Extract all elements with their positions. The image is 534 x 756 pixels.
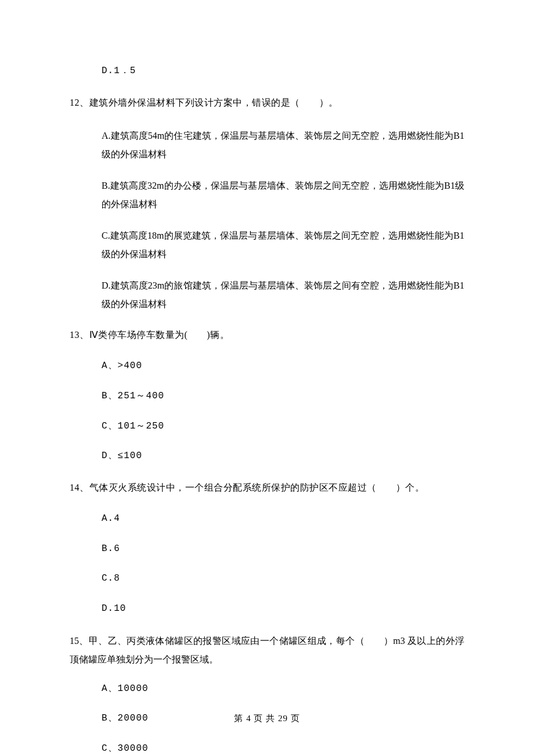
q12-option-c: C.建筑高度18m的展览建筑，保温层与基层墙体、装饰层之间无空腔，选用燃烧性能为…	[70, 226, 464, 264]
q15-stem: 15、甲、乙、丙类液体储罐区的报警区域应由一个储罐区组成，每个（ ）m3 及以上…	[70, 632, 464, 669]
q15-option-c: C、30000	[70, 741, 464, 756]
q12-option-b: B.建筑高度32m的办公楼，保温层与基层墙体、装饰层之间无空腔，选用燃烧性能为B…	[70, 177, 464, 214]
q13-option-b: B、251～400	[70, 389, 464, 404]
q13-option-d: D、≤100	[70, 449, 464, 464]
q13-stem: 13、Ⅳ类停车场停车数量为( )辆。	[70, 326, 464, 344]
q11-option-d: D.1．5	[70, 64, 464, 79]
q12-option-d: D.建筑高度23m的旅馆建筑，保温层与基层墙体、装饰层之间有空腔，选用燃烧性能为…	[70, 276, 464, 314]
q13-option-a: A、>400	[70, 359, 464, 374]
page-footer: 第 4 页 共 29 页	[0, 713, 534, 724]
q14-option-a: A.4	[70, 512, 464, 527]
q14-option-d: D.10	[70, 602, 464, 617]
q14-stem: 14、气体灭火系统设计中，一个组合分配系统所保护的防护区不应超过（ ）个。	[70, 479, 464, 496]
q15-option-a: A、10000	[70, 682, 464, 697]
q14-option-b: B.6	[70, 542, 464, 557]
q14-option-c: C.8	[70, 571, 464, 586]
q12-option-a: A.建筑高度54m的住宅建筑，保温层与基层墙体、装饰层之间无空腔，选用燃烧性能为…	[70, 127, 464, 164]
q12-stem: 12、建筑外墙外保温材料下列设计方案中，错误的是（ ）。	[70, 94, 464, 111]
q13-option-c: C、101～250	[70, 419, 464, 434]
